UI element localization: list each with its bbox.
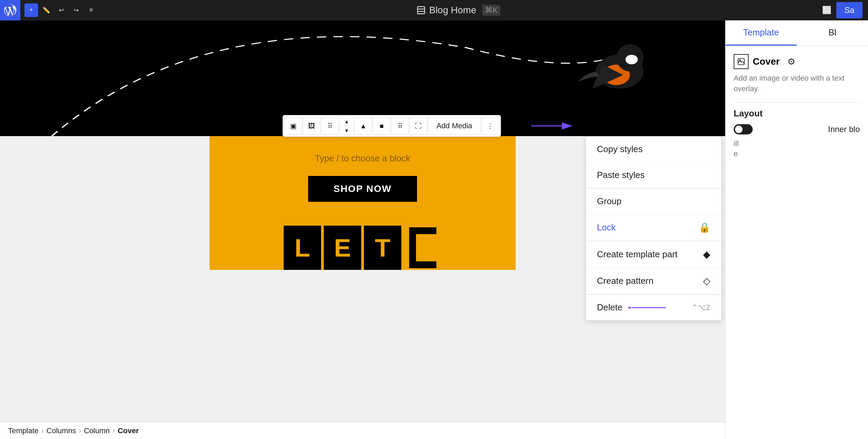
list-view-button[interactable]: ≡ [84, 3, 98, 17]
delete-arrow-svg [629, 303, 669, 313]
cover-icon-button[interactable]: ▣ [284, 117, 302, 135]
breadcrumb-columns[interactable]: Columns [47, 426, 76, 435]
layout-section-title: Layout [734, 108, 860, 119]
template-part-icon: ◆ [703, 249, 711, 260]
sidebar-note: ill e [734, 139, 860, 160]
wp-logo[interactable] [0, 0, 20, 20]
inner-blocks-toggle[interactable] [734, 124, 753, 134]
move-down-button[interactable]: ▼ [340, 126, 353, 135]
breadcrumb-column[interactable]: Column [84, 426, 110, 435]
context-menu: Copy styles Paste styles Group Lock 🔒 Cr… [586, 136, 722, 321]
move-up-button[interactable]: ▲ [340, 117, 353, 126]
drag-button[interactable]: ⠿ [321, 117, 339, 135]
delete-item[interactable]: Delete ⌃⌥Z [586, 295, 721, 320]
inner-blocks-toggle-row: Inner blo [734, 124, 860, 134]
bracket-shape [404, 226, 441, 270]
toggle-knob [735, 126, 742, 133]
blog-home-label: Blog Home [429, 5, 477, 16]
toolbar-center: Blog Home ⌘K [102, 2, 815, 18]
svg-rect-1 [417, 6, 424, 14]
redo-button[interactable]: ↪ [69, 3, 83, 17]
edit-tool-button[interactable]: ✏️ [39, 3, 53, 17]
canvas-area: ▣ 🖼 ⠿ ▲ ▼ ▲ ■ ⠿ ⛶ Add Media ⋮ [0, 20, 725, 439]
tab-template[interactable]: Template [725, 20, 797, 46]
lock-item[interactable]: Lock 🔒 [586, 214, 721, 241]
pattern-icon: ◇ [703, 275, 711, 287]
breadcrumb: Template › Columns › Column › Cover [0, 422, 725, 439]
right-sidebar: Template Bl Cover ⚙ Add an image or vide… [725, 20, 868, 439]
block-description: Add an image or video with a text overla… [734, 73, 860, 94]
group-item[interactable]: Group [586, 189, 721, 214]
lock-icon: 🔒 [699, 222, 711, 233]
blog-home-icon [416, 5, 426, 15]
sidebar-divider-1 [734, 102, 860, 103]
wordpress-icon [4, 4, 16, 16]
letter-e: E [324, 226, 361, 270]
shortcut-badge: ⌘K [482, 5, 500, 16]
add-media-button[interactable]: Add Media [428, 117, 481, 135]
placeholder-text: Type / to choose a block [223, 153, 502, 164]
create-pattern-item[interactable]: Create pattern ◇ [586, 268, 721, 294]
toolbar-left: + ✏️ ↩ ↪ ≡ [20, 3, 102, 17]
more-options-button[interactable]: ⋮ [481, 117, 499, 135]
svg-rect-11 [416, 234, 436, 261]
bird-image [575, 27, 650, 102]
delete-shortcut: ⌃⌥Z [691, 303, 711, 312]
bird-svg [575, 27, 650, 102]
settings-gear-button[interactable]: ⚙ [784, 54, 799, 69]
overlay-button[interactable]: ■ [373, 117, 390, 135]
toolbar-right: ⬜ Sa [815, 2, 868, 18]
shop-now-button[interactable]: SHOP NOW [308, 176, 417, 202]
grid-button[interactable]: ⠿ [391, 117, 409, 135]
block-name-label: Cover [753, 56, 780, 67]
view-button[interactable]: ⬜ [820, 3, 834, 17]
paste-styles-item[interactable]: Paste styles [586, 162, 721, 188]
sidebar-content: Cover ⚙ Add an image or video with a tex… [725, 46, 868, 167]
top-toolbar: + ✏️ ↩ ↪ ≡ Blog Home ⌘K ⬜ Sa [0, 0, 868, 20]
save-button[interactable]: Sa [836, 2, 863, 18]
fullscreen-button[interactable]: ⛶ [410, 117, 427, 135]
breadcrumb-cover[interactable]: Cover [118, 426, 139, 435]
create-template-part-item[interactable]: Create template part ◆ [586, 241, 721, 268]
sidebar-tabs: Template Bl [725, 20, 868, 46]
block-info-header: Cover ⚙ [734, 54, 860, 69]
main-layout: ▣ 🖼 ⠿ ▲ ▼ ▲ ■ ⠿ ⛶ Add Media ⋮ [0, 20, 868, 439]
copy-styles-item[interactable]: Copy styles [586, 136, 721, 162]
cover-icon-svg [737, 58, 745, 65]
image-button[interactable]: 🖼 [303, 117, 320, 135]
inner-blocks-label: Inner blo [828, 125, 860, 134]
tab-block[interactable]: Bl [797, 20, 868, 46]
text-align-button[interactable]: ▲ [354, 117, 372, 135]
breadcrumb-template[interactable]: Template [8, 426, 38, 435]
cover-block-icon [734, 54, 749, 69]
letter-l: L [284, 226, 321, 270]
let-text: L E T [223, 226, 502, 270]
orange-content-block[interactable]: Type / to choose a block SHOP NOW L E T [210, 136, 516, 270]
svg-point-7 [625, 55, 638, 64]
letter-t: T [364, 226, 401, 270]
add-block-button[interactable]: + [24, 3, 38, 17]
block-toolbar: ▣ 🖼 ⠿ ▲ ▼ ▲ ■ ⠿ ⛶ Add Media ⋮ [283, 115, 501, 137]
blog-home-button[interactable]: Blog Home ⌘K [411, 2, 506, 18]
bracket-svg [406, 227, 440, 268]
undo-button[interactable]: ↩ [54, 3, 68, 17]
